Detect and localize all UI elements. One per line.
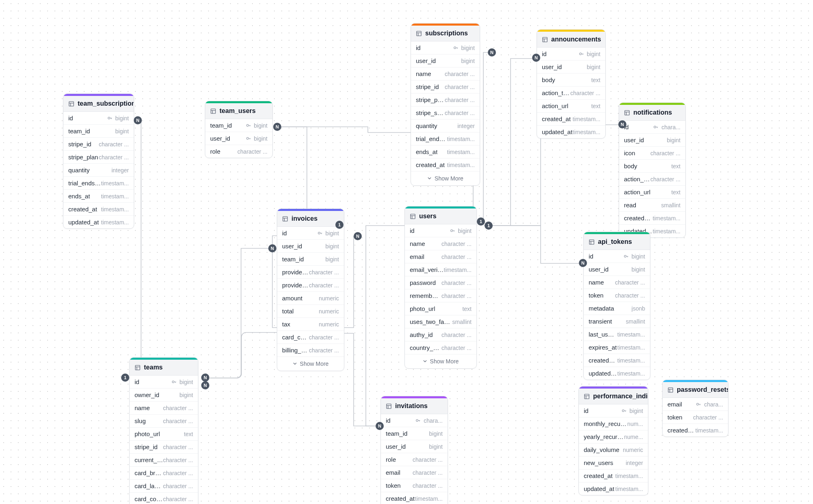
column-row[interactable]: user_idbigint	[205, 132, 272, 145]
column-row[interactable]: action_urltext	[619, 186, 685, 199]
column-row[interactable]: totalnumeric	[277, 305, 344, 318]
column-row[interactable]: metadatajsonb	[584, 302, 650, 315]
table-notifications[interactable]: notificationsidchara...user_idbiginticon…	[619, 102, 686, 238]
column-row[interactable]: passwordcharacter ...	[405, 276, 476, 289]
column-row[interactable]: created_attimestam...	[537, 113, 605, 126]
column-row[interactable]: yearly_recurring_rev...nume...	[579, 430, 648, 443]
column-row[interactable]: stripe_idcharacter ...	[63, 138, 134, 151]
show-more-button[interactable]: Show More	[411, 172, 480, 185]
column-row[interactable]: idbigint	[405, 224, 476, 237]
column-row[interactable]: trial_ends_attimestam...	[411, 133, 480, 146]
column-row[interactable]: idchara...	[381, 414, 448, 427]
column-row[interactable]: tokencharacter ...	[381, 479, 448, 492]
column-row[interactable]: team_idbigint	[381, 427, 448, 440]
column-row[interactable]: action_urltext	[537, 100, 605, 113]
column-row[interactable]: idbigint	[579, 404, 648, 417]
column-row[interactable]: readsmallint	[619, 199, 685, 212]
column-row[interactable]: card_countrycharacter ...	[130, 493, 198, 504]
column-row[interactable]: ends_attimestam...	[411, 146, 480, 159]
column-row[interactable]: idbigint	[277, 227, 344, 240]
column-row[interactable]: idbigint	[537, 48, 605, 61]
column-row[interactable]: daily_volumenumeric	[579, 443, 648, 456]
table-header[interactable]: team_subscriptions	[63, 96, 134, 112]
column-row[interactable]: idbigint	[584, 250, 650, 263]
column-row[interactable]: namecharacter ...	[584, 276, 650, 289]
column-row[interactable]: user_idbigint	[537, 61, 605, 74]
column-row[interactable]: updated_attimestam...	[537, 126, 605, 138]
column-row[interactable]: team_idbigint	[63, 125, 134, 138]
column-row[interactable]: stripe_idcharacter ...	[130, 441, 198, 454]
table-header[interactable]: team_users	[205, 103, 272, 119]
column-row[interactable]: stripe_plancharacter ...	[411, 93, 480, 106]
column-row[interactable]: photo_urltext	[405, 302, 476, 315]
table-header[interactable]: invoices	[277, 211, 344, 227]
column-row[interactable]: stripe_plancharacter ...	[63, 151, 134, 164]
column-row[interactable]: uses_two_factor_authsmallint	[405, 315, 476, 328]
column-row[interactable]: created_attimestam...	[663, 424, 728, 437]
column-row[interactable]: tokencharacter ...	[584, 289, 650, 302]
column-row[interactable]: quantityinteger	[63, 164, 134, 177]
table-header[interactable]: password_resets	[663, 382, 728, 398]
show-more-button[interactable]: Show More	[277, 357, 344, 371]
column-row[interactable]: slugcharacter ...	[130, 415, 198, 428]
column-row[interactable]: updated_attimestam...	[579, 482, 648, 495]
column-row[interactable]: current_billing_p...character ...	[130, 454, 198, 467]
column-row[interactable]: team_idbigint	[205, 119, 272, 132]
column-row[interactable]: billing_addresscharacter ...	[277, 344, 344, 357]
column-row[interactable]: trial_ends_attimestam...	[63, 177, 134, 190]
table-subscriptions[interactable]: subscriptionsidbigintuser_idbigintnamech…	[411, 23, 480, 186]
show-more-button[interactable]: Show More	[405, 354, 476, 368]
column-row[interactable]: action_textcharacter ...	[537, 87, 605, 100]
column-row[interactable]: action_textcharacter ...	[619, 173, 685, 186]
column-row[interactable]: rolecharacter ...	[205, 145, 272, 158]
column-row[interactable]: created_attimestam...	[63, 203, 134, 216]
column-row[interactable]: user_idbigint	[584, 263, 650, 276]
table-invitations[interactable]: invitationsidchara...team_idbigintuser_i…	[380, 396, 448, 504]
column-row[interactable]: idbigint	[63, 112, 134, 125]
table-header[interactable]: notifications	[619, 105, 685, 121]
column-row[interactable]: authy_idcharacter ...	[405, 328, 476, 341]
column-row[interactable]: updated_attimestam...	[63, 216, 134, 228]
column-row[interactable]: expires_attimestam...	[584, 341, 650, 354]
column-row[interactable]: owner_idbigint	[130, 389, 198, 402]
column-row[interactable]: country_codecharacter ...	[405, 341, 476, 354]
column-row[interactable]: new_usersinteger	[579, 456, 648, 469]
column-row[interactable]: provider_idcharacter ...	[277, 266, 344, 279]
table-header[interactable]: subscriptions	[411, 26, 480, 41]
column-row[interactable]: email_verified_attimestam...	[405, 263, 476, 276]
column-row[interactable]: created_attimestam...	[381, 492, 448, 504]
column-row[interactable]: last_used_attimestam...	[584, 328, 650, 341]
table-invoices[interactable]: invoicesidbigintuser_idbigintteam_idbigi…	[277, 209, 344, 371]
table-header[interactable]: announcements	[537, 32, 605, 48]
column-row[interactable]: created_attimestam...	[411, 159, 480, 172]
column-row[interactable]: created_attimestam...	[579, 469, 648, 482]
table-api_tokens[interactable]: api_tokensidbigintuser_idbigintnamechara…	[583, 232, 650, 380]
column-row[interactable]: namecharacter ...	[130, 402, 198, 415]
column-row[interactable]: user_idbigint	[277, 240, 344, 253]
column-row[interactable]: provider_plancharacter ...	[277, 279, 344, 292]
column-row[interactable]: emailcharacter ...	[381, 466, 448, 479]
column-row[interactable]: created_attimestam...	[619, 212, 685, 225]
column-row[interactable]: emailcharacter ...	[405, 250, 476, 263]
table-team_subscriptions[interactable]: team_subscriptionsidbigintteam_idbigints…	[63, 93, 134, 229]
column-row[interactable]: team_idbigint	[277, 253, 344, 266]
column-row[interactable]: created_attimestam...	[584, 354, 650, 367]
table-users[interactable]: usersidbigintnamecharacter ...emailchara…	[404, 206, 477, 369]
table-header[interactable]: api_tokens	[584, 234, 650, 250]
table-performance_indicators[interactable]: performance_indicatorsidbigintmonthly_re…	[578, 386, 648, 495]
column-row[interactable]: bodytext	[619, 160, 685, 173]
column-row[interactable]: transientsmallint	[584, 315, 650, 328]
column-row[interactable]: namecharacter ...	[411, 67, 480, 80]
column-row[interactable]: iconcharacter ...	[619, 147, 685, 160]
column-row[interactable]: monthly_recurring_re...num...	[579, 417, 648, 430]
column-row[interactable]: ends_attimestam...	[63, 190, 134, 203]
column-row[interactable]: amountnumeric	[277, 292, 344, 305]
column-row[interactable]: photo_urltext	[130, 428, 198, 441]
table-header[interactable]: invitations	[381, 398, 448, 414]
table-header[interactable]: users	[405, 209, 476, 224]
column-row[interactable]: stripe_statuscharacter ...	[411, 106, 480, 119]
column-row[interactable]: tokencharacter ...	[663, 411, 728, 424]
table-announcements[interactable]: announcementsidbigintuser_idbigintbodyte…	[537, 29, 606, 139]
column-row[interactable]: card_last_fourcharacter ...	[130, 480, 198, 493]
column-row[interactable]: quantityinteger	[411, 119, 480, 133]
